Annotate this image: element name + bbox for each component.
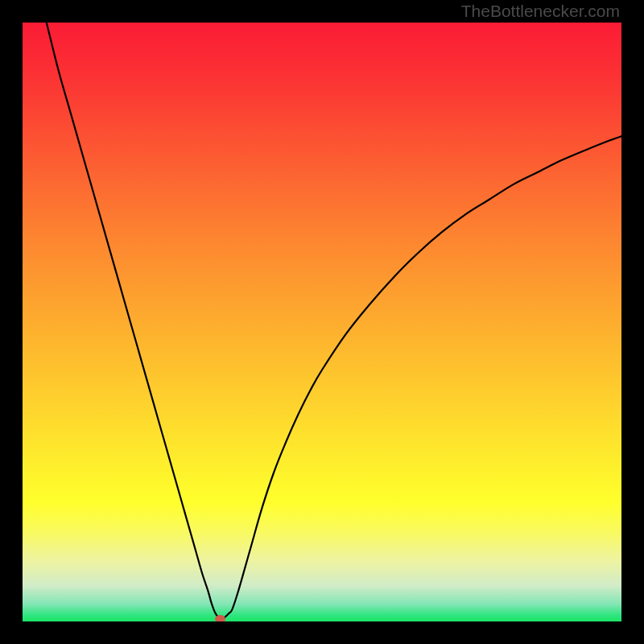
curve-svg: [23, 23, 621, 621]
bottleneck-curve: [47, 23, 621, 619]
watermark-text: TheBottlenecker.com: [461, 2, 620, 21]
chart-frame: TheBottlenecker.com: [0, 0, 644, 644]
plot-area: [23, 23, 621, 621]
